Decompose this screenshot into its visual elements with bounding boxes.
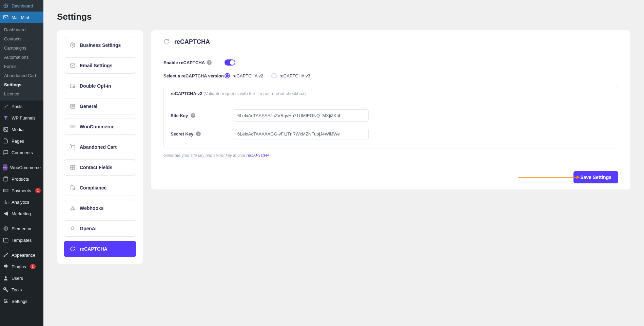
- sidebar-item-settings[interactable]: Settings: [0, 295, 43, 307]
- nav-contact-fields[interactable]: Contact Fields: [64, 159, 136, 176]
- nav-double-optin[interactable]: Double Opt-in: [64, 78, 136, 94]
- radio-recaptcha-v2[interactable]: reCAPTCHA v2: [225, 73, 263, 78]
- sidebar-item-analytics[interactable]: Analytics: [0, 196, 43, 208]
- woo-icon: woo: [3, 164, 7, 170]
- svg-text:W: W: [72, 125, 74, 127]
- media-icon: [3, 126, 9, 132]
- sidebar-label: Media: [12, 127, 23, 132]
- nav-openai[interactable]: OpenAI: [64, 220, 136, 237]
- sidebar-label: Payments: [12, 188, 31, 193]
- svg-point-33: [74, 149, 75, 149]
- secret-key-input[interactable]: [233, 128, 369, 140]
- sidebar-item-mailmint[interactable]: Mail Mint: [0, 12, 43, 23]
- svg-point-39: [73, 209, 75, 210]
- submenu-item[interactable]: Campaigns: [0, 43, 43, 53]
- nav-general[interactable]: General: [64, 98, 136, 114]
- version-label: Select a reCAPTCHA version: [163, 73, 225, 78]
- secret-key-label: Secret Key ?: [171, 131, 233, 137]
- mail-icon: [70, 62, 76, 69]
- recaptcha-icon: [70, 246, 76, 252]
- nav-label: Contact Fields: [80, 165, 112, 170]
- pin-icon: [3, 103, 9, 109]
- sidebar-item-media[interactable]: Media: [0, 124, 43, 135]
- sidebar-item-woocommerce[interactable]: woo WooCommerce: [0, 162, 43, 173]
- fields-icon: [70, 164, 76, 170]
- enable-recaptcha-label: Enable reCAPTCHA ?: [163, 60, 225, 65]
- settings-icon: [3, 298, 9, 304]
- svg-point-19: [4, 300, 5, 301]
- submenu-item[interactable]: Abandoned Cart: [0, 71, 43, 80]
- sidebar-label: Templates: [12, 238, 32, 243]
- svg-rect-12: [5, 228, 7, 228]
- sidebar-item-products[interactable]: Products: [0, 173, 43, 185]
- save-settings-button[interactable]: Save Settings: [573, 171, 618, 183]
- sidebar-label: WooCommerce: [10, 165, 41, 170]
- radio-label: reCAPTCHA v2: [233, 73, 263, 78]
- sidebar-item-wpfunnels[interactable]: WP Funnels: [0, 112, 43, 124]
- radio-input[interactable]: [271, 73, 277, 78]
- sidebar-item-payments[interactable]: Payments 1: [0, 185, 43, 196]
- settings-panel: reCAPTCHA Enable reCAPTCHA ? Select a re…: [151, 30, 630, 189]
- arrow-annotation: [519, 177, 580, 178]
- submenu-item-settings[interactable]: Settings: [0, 80, 43, 89]
- sidebar-label: Settings: [12, 299, 27, 304]
- sidebar-item-users[interactable]: Users: [0, 272, 43, 284]
- nav-label: Business Settings: [80, 42, 121, 48]
- enable-recaptcha-toggle[interactable]: [225, 59, 235, 66]
- radio-input[interactable]: [225, 73, 230, 78]
- site-key-input[interactable]: [233, 109, 369, 122]
- nav-label: reCAPTCHA: [80, 246, 108, 252]
- products-icon: [3, 176, 9, 182]
- svg-rect-13: [5, 228, 7, 229]
- sidebar-item-posts[interactable]: Posts: [0, 101, 43, 112]
- sidebar-item-plugins[interactable]: Plugins 1: [0, 261, 43, 272]
- help-icon[interactable]: ?: [196, 131, 201, 136]
- page-icon: [3, 138, 9, 144]
- nav-compliance[interactable]: Compliance: [64, 180, 136, 196]
- sidebar-item-tools[interactable]: Tools: [0, 284, 43, 295]
- key-note: Generate your site key and secret key in…: [163, 153, 618, 158]
- nav-business-settings[interactable]: Business Settings: [64, 37, 136, 53]
- svg-point-38: [71, 209, 72, 210]
- analytics-icon: [3, 199, 9, 205]
- sidebar-label: Posts: [12, 104, 23, 109]
- nav-email-settings[interactable]: Email Settings: [64, 57, 136, 74]
- sidebar-label: Appearance: [12, 253, 35, 258]
- sidebar-label: Mail Mint: [12, 15, 29, 20]
- help-icon[interactable]: ?: [191, 113, 195, 118]
- svg-point-21: [5, 302, 6, 303]
- nav-recaptcha[interactable]: reCAPTCHA: [64, 241, 136, 257]
- sidebar-label: Dashboard: [12, 3, 33, 8]
- sidebar-item-appearance[interactable]: Appearance: [0, 249, 43, 261]
- help-icon[interactable]: ?: [207, 60, 212, 65]
- sidebar-item-dashboard[interactable]: Dashboard: [0, 0, 43, 12]
- nav-webhooks[interactable]: Webhooks: [64, 200, 136, 216]
- nav-label: Compliance: [80, 185, 106, 191]
- funnel-icon: [3, 115, 9, 121]
- submenu-item[interactable]: Forms: [0, 62, 43, 71]
- submenu-item[interactable]: Licence: [0, 89, 43, 98]
- sidebar-label: Marketing: [12, 211, 31, 216]
- sidebar-label: Plugins: [12, 264, 26, 269]
- general-icon: [70, 103, 76, 109]
- nav-woocommerce[interactable]: W WooCommerce: [64, 119, 136, 135]
- marketing-icon: [3, 211, 9, 217]
- site-key-label: Site Key ?: [171, 113, 233, 118]
- payments-icon: [3, 187, 9, 194]
- nav-label: Email Settings: [80, 63, 112, 68]
- nav-label: Abandoned Cart: [80, 144, 117, 150]
- sidebar-item-templates[interactable]: Templates: [0, 234, 43, 246]
- sidebar-item-marketing[interactable]: Marketing: [0, 208, 43, 219]
- submenu-item[interactable]: Automations: [0, 53, 43, 62]
- submenu-item[interactable]: Dashboard: [0, 25, 43, 34]
- nav-abandoned-cart[interactable]: Abandoned Cart: [64, 139, 136, 155]
- sidebar-item-pages[interactable]: Pages: [0, 135, 43, 147]
- radio-recaptcha-v3[interactable]: reCAPTCHA v3: [271, 73, 310, 78]
- recaptcha-link[interactable]: reCAPTCHA: [247, 153, 270, 158]
- settings-nav: Business Settings Email Settings Double …: [57, 30, 143, 264]
- svg-rect-11: [5, 228, 5, 230]
- recaptcha-icon: [163, 39, 170, 46]
- sidebar-item-comments[interactable]: Comments: [0, 147, 43, 158]
- submenu-item[interactable]: Contacts: [0, 34, 43, 43]
- sidebar-item-elementor[interactable]: Elementor: [0, 223, 43, 234]
